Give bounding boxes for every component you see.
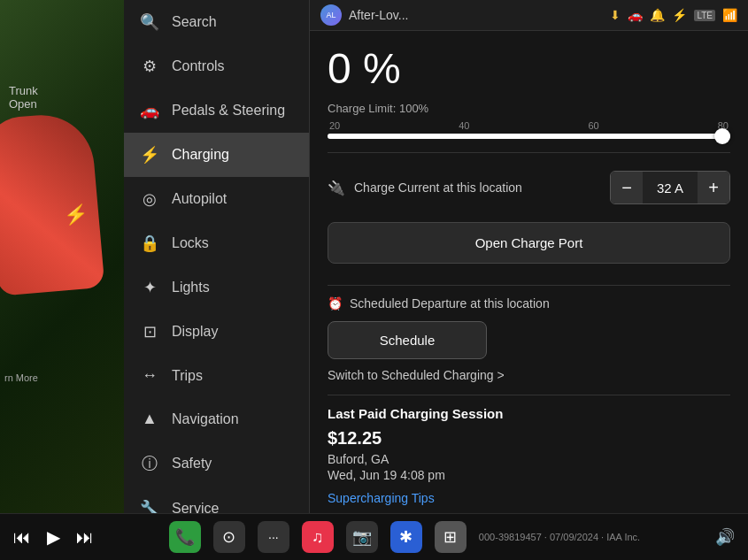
sidebar-item-autopilot[interactable]: ◎ Autopilot (124, 177, 309, 221)
navigation-icon: ▲ (140, 410, 159, 428)
display-icon: ⊡ (140, 322, 159, 341)
sidebar-item-label: Navigation (172, 411, 239, 427)
clock-icon: ⏰ (328, 296, 343, 311)
plug-icon: 🔌 (328, 180, 345, 196)
sidebar-item-label: Trips (172, 368, 203, 384)
header-left: AL After-Lov... (320, 4, 408, 26)
open-charge-port-button[interactable]: Open Charge Port (328, 222, 730, 264)
sidebar-item-navigation[interactable]: ▲ Navigation (124, 397, 309, 441)
increase-charge-button[interactable]: + (698, 172, 729, 203)
slider-track (328, 134, 730, 139)
sidebar-item-safety[interactable]: ⓘ Safety (124, 441, 309, 487)
lights-icon: ✦ (140, 278, 159, 297)
next-button[interactable]: ⏭ (76, 527, 94, 548)
bt-icon: ⚡ (672, 8, 687, 22)
switch-charging-link[interactable]: Switch to Scheduled Charging > (328, 368, 730, 382)
more-app[interactable]: ··· (258, 521, 289, 553)
sidebar-item-locks[interactable]: 🔒 Locks (124, 221, 309, 265)
prev-button[interactable]: ⏮ (13, 527, 31, 548)
phone-app[interactable]: 📞 (169, 521, 201, 553)
sidebar-item-label: Charging (172, 147, 229, 163)
charge-current-label: 🔌 Charge Current at this location (328, 180, 522, 196)
play-button[interactable]: ▶ (47, 526, 60, 548)
charge-limit-label: Charge Limit: 100% (328, 102, 730, 115)
controls-icon: ⚙ (140, 57, 159, 76)
decrease-charge-button[interactable]: − (611, 172, 643, 203)
service-icon: 🔧 (140, 499, 159, 513)
bell-icon: 🔔 (650, 8, 665, 22)
sidebar-item-label: Display (172, 324, 218, 340)
header-icons: ⬇ 🚗 🔔 ⚡ LTE 📶 (610, 8, 737, 22)
avatar: AL (320, 4, 342, 26)
charge-value: 32 A (643, 172, 698, 203)
sidebar-item-search[interactable]: 🔍 Search (124, 0, 309, 44)
key-app[interactable]: ⊞ (435, 521, 467, 553)
session-date: Wed, Jun 19 4:08 pm (328, 468, 730, 482)
sidebar-item-label: Autopilot (172, 191, 227, 207)
cam2-app[interactable]: 📷 (346, 521, 378, 553)
schedule-button[interactable]: Schedule (328, 321, 487, 359)
charge-percent: 0 % (328, 44, 730, 93)
last-session-title: Last Paid Charging Session (328, 406, 730, 421)
charge-current-text: Charge Current at this location (354, 180, 522, 195)
divider-3 (328, 395, 730, 395)
divider-1 (328, 152, 730, 153)
header-title: After-Lov... (349, 8, 408, 22)
lightning-icon: ⚡ (64, 203, 88, 226)
charge-slider[interactable]: 20 40 60 80 (328, 120, 730, 139)
sidebar-item-trips[interactable]: ↔ Trips (124, 354, 309, 397)
sidebar-item-service[interactable]: 🔧 Service (124, 487, 309, 513)
sidebar-item-label: Safety (172, 456, 212, 472)
taskbar-info: 000-39819457 · 07/09/2024 · IAA Inc. (479, 532, 640, 542)
taskbar-apps: 📞 ⊙ ··· ♫ 📷 ✱ ⊞ 000-39819457 · 07/09/202… (169, 521, 640, 553)
music-app[interactable]: ♫ (302, 521, 334, 553)
charge-controls[interactable]: − 32 A + (610, 171, 730, 204)
slider-labels: 20 40 60 80 (328, 120, 730, 131)
slider-fill (328, 134, 730, 139)
sidebar-item-controls[interactable]: ⚙ Controls (124, 44, 309, 88)
autopilot-icon: ◎ (140, 189, 159, 209)
car-icon: 🚗 (628, 8, 643, 22)
session-amount: $12.25 (328, 428, 730, 449)
volume-icon[interactable]: 🔊 (715, 527, 735, 547)
divider-2 (328, 285, 730, 286)
sidebar-item-label: Lights (172, 280, 210, 295)
sidebar-item-label: Locks (172, 235, 209, 251)
slider-thumb (714, 128, 730, 144)
header: AL After-Lov... ⬇ 🚗 🔔 ⚡ LTE 📶 (310, 0, 748, 31)
charging-icon: ⚡ (140, 145, 159, 165)
sidebar-item-charging[interactable]: ⚡ Charging (124, 133, 309, 177)
sidebar-item-label: Controls (172, 58, 225, 74)
charge-current-row: 🔌 Charge Current at this location − 32 A… (328, 164, 730, 211)
sidebar-item-label: Search (172, 14, 217, 30)
bt-app[interactable]: ✱ (390, 521, 422, 553)
main-content: 0 % Charge Limit: 100% 20 40 60 80 🔌 Cha… (310, 31, 748, 513)
taskbar-controls: ⏮ ▶ ⏭ (13, 526, 94, 548)
trunk-status: Trunk Open (9, 84, 38, 111)
search-icon: 🔍 (140, 12, 159, 32)
sidebar-item-display[interactable]: ⊡ Display (124, 310, 309, 354)
supercharging-tips-link[interactable]: Supercharging Tips (328, 491, 730, 505)
trips-icon: ↔ (140, 366, 159, 385)
locks-icon: 🔒 (140, 234, 159, 253)
learn-more-label: rn More (4, 372, 38, 383)
background-panel (0, 0, 124, 513)
safety-icon: ⓘ (140, 453, 159, 474)
camera-app[interactable]: ⊙ (213, 521, 245, 553)
pedals-icon: 🚗 (140, 101, 159, 120)
taskbar: ⏮ ▶ ⏭ 📞 ⊙ ··· ♫ 📷 ✱ ⊞ 000-39819457 · 07/… (0, 513, 748, 560)
scheduled-departure-label: ⏰ Scheduled Departure at this location (328, 296, 730, 311)
sidebar: 🔍 Search ⚙ Controls 🚗 Pedals & Steering … (124, 0, 310, 513)
sidebar-item-label: Pedals & Steering (172, 103, 285, 119)
sidebar-item-label: Service (172, 501, 219, 513)
lte-badge: LTE (694, 10, 715, 21)
sidebar-item-lights[interactable]: ✦ Lights (124, 265, 309, 310)
download-icon: ⬇ (610, 8, 621, 22)
taskbar-right: 🔊 (715, 527, 735, 547)
sidebar-item-pedals[interactable]: 🚗 Pedals & Steering (124, 88, 309, 133)
signal-icon: 📶 (722, 8, 737, 22)
session-location: Buford, GA (328, 452, 730, 466)
